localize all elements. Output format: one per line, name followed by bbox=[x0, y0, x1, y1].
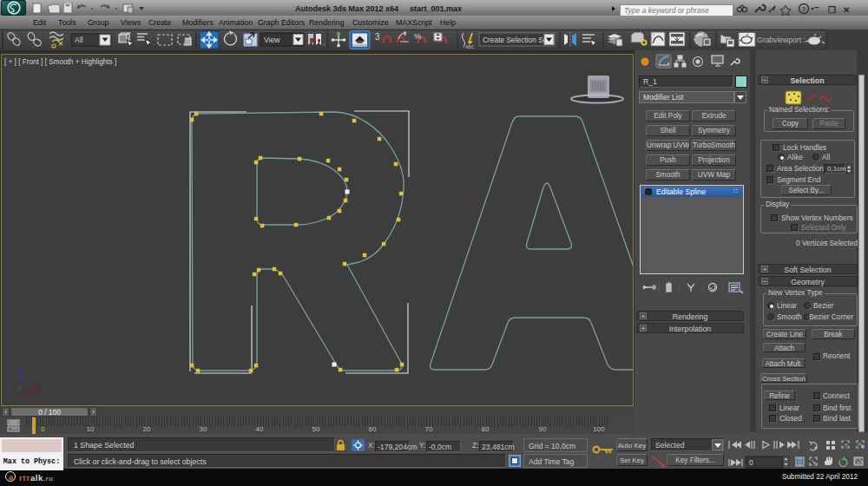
svg-text:60: 60 bbox=[369, 425, 377, 433]
svg-text:%: % bbox=[414, 31, 422, 41]
svg-text:View: View bbox=[264, 36, 280, 44]
svg-text:70: 70 bbox=[425, 425, 433, 433]
svg-text:90: 90 bbox=[539, 425, 547, 433]
svg-text:40: 40 bbox=[256, 425, 264, 433]
svg-text:30: 30 bbox=[200, 425, 207, 433]
svg-text:3: 3 bbox=[375, 32, 380, 42]
svg-text:20: 20 bbox=[143, 425, 151, 433]
svg-text:10: 10 bbox=[87, 425, 95, 433]
svg-text:80: 80 bbox=[482, 425, 490, 433]
svg-text:?: ? bbox=[802, 5, 806, 13]
svg-text:ABC: ABC bbox=[465, 44, 475, 49]
svg-text:100: 100 bbox=[593, 425, 605, 433]
svg-text:Grabviewport :: Grabviewport : bbox=[757, 36, 806, 44]
svg-text:0: 0 bbox=[749, 458, 753, 467]
svg-text:50: 50 bbox=[312, 425, 320, 433]
svg-text:0: 0 bbox=[41, 425, 45, 433]
svg-text:Create Selection Sel: Create Selection Sel bbox=[483, 36, 549, 44]
svg-text:All: All bbox=[75, 36, 83, 44]
